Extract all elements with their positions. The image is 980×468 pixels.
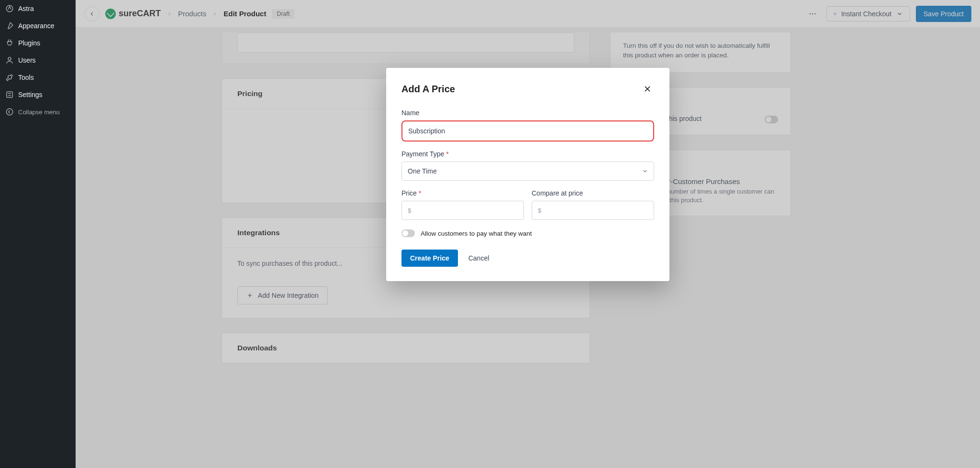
currency-symbol: $ <box>408 207 412 214</box>
name-label: Name <box>401 109 654 117</box>
add-price-modal: Add A Price Name Payment Type * Price * <box>386 68 669 281</box>
sidebar-item-settings[interactable]: Settings <box>0 86 76 103</box>
price-input[interactable]: $ <box>401 201 524 220</box>
svg-rect-2 <box>7 92 12 98</box>
collapse-icon <box>5 107 14 117</box>
sidebar-item-tools[interactable]: Tools <box>0 69 76 86</box>
price-label: Price * <box>401 189 524 197</box>
sidebar-collapse-label: Collapse menu <box>18 109 60 116</box>
sidebar-item-label: Plugins <box>18 39 40 47</box>
user-icon <box>5 55 14 65</box>
sidebar-item-plugins[interactable]: Plugins <box>0 34 76 52</box>
payment-type-label: Payment Type * <box>401 150 654 158</box>
sidebar-item-label: Tools <box>18 74 34 81</box>
brush-icon <box>5 21 14 31</box>
compare-price-label: Compare at price <box>532 189 654 197</box>
sidebar-item-label: Settings <box>18 91 43 98</box>
create-price-button[interactable]: Create Price <box>401 250 458 267</box>
main-area: sureCART Products Edit Product Draft Ins… <box>76 0 980 468</box>
sidebar-item-label: Astra <box>18 5 34 12</box>
wrench-icon <box>5 73 14 82</box>
wp-admin-sidebar: Astra Appearance Plugins Users Tools Set… <box>0 0 76 468</box>
pay-what-want-toggle[interactable] <box>401 229 415 237</box>
sliders-icon <box>5 90 14 99</box>
svg-point-3 <box>6 109 13 115</box>
payment-type-select[interactable] <box>401 162 654 181</box>
name-input[interactable] <box>401 120 654 141</box>
modal-close-button[interactable] <box>641 82 654 96</box>
svg-point-1 <box>8 57 11 60</box>
sidebar-item-users[interactable]: Users <box>0 52 76 69</box>
astra-icon <box>5 4 14 13</box>
sidebar-item-astra[interactable]: Astra <box>0 0 76 17</box>
sidebar-collapse[interactable]: Collapse menu <box>0 103 76 120</box>
currency-symbol: $ <box>538 207 542 214</box>
cancel-button[interactable]: Cancel <box>468 254 490 262</box>
pay-what-want-label: Allow customers to pay what they want <box>421 230 532 237</box>
sidebar-item-label: Users <box>18 56 36 64</box>
sidebar-item-label: Appearance <box>18 22 55 30</box>
close-icon <box>643 84 652 94</box>
compare-price-input[interactable]: $ <box>532 201 654 220</box>
plug-icon <box>5 38 14 48</box>
modal-title: Add A Price <box>401 84 455 95</box>
sidebar-item-appearance[interactable]: Appearance <box>0 17 76 34</box>
